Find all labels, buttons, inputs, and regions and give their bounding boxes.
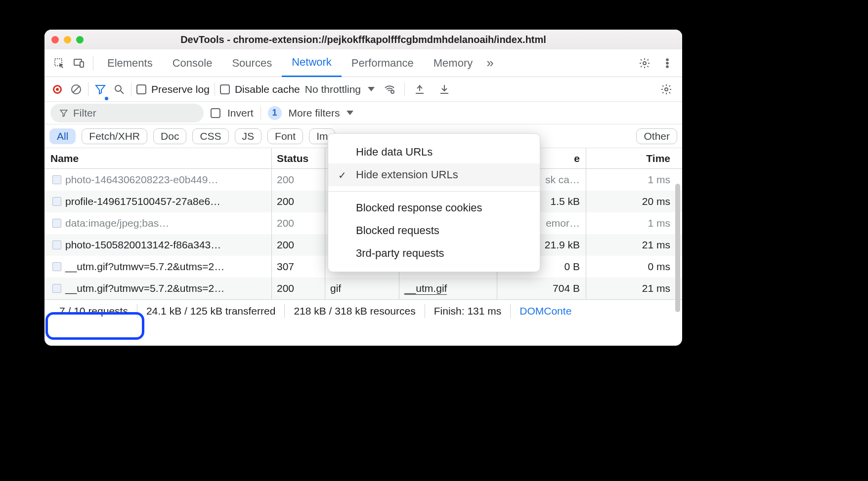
chevron-down-icon	[368, 87, 375, 91]
search-icon[interactable]	[112, 80, 126, 99]
more-menu-icon[interactable]	[657, 53, 677, 73]
dropdown-item[interactable]: Hide data URLs	[328, 141, 540, 163]
svg-point-8	[115, 85, 121, 91]
tab-performance[interactable]: Performance	[342, 49, 424, 77]
devtools-window: DevTools - chrome-extension://pejkokffka…	[44, 30, 682, 346]
chip-other[interactable]: Other	[636, 128, 677, 144]
col-time[interactable]: Time	[586, 148, 682, 168]
scrollbar[interactable]	[675, 184, 680, 312]
invert-label: Invert	[227, 107, 254, 119]
tab-sources[interactable]: Sources	[222, 49, 282, 77]
chip-font[interactable]: Font	[267, 128, 303, 144]
settings-icon[interactable]	[635, 53, 654, 73]
status-requests: 7 / 10 requests	[50, 305, 137, 317]
status-resources: 218 kB / 318 kB resources	[285, 305, 424, 317]
chip-css[interactable]: CSS	[192, 128, 228, 144]
tab-console[interactable]: Console	[163, 49, 222, 77]
device-toolbar-icon[interactable]	[69, 53, 89, 73]
col-name[interactable]: Name	[44, 148, 272, 168]
disable-cache-checkbox[interactable]	[220, 84, 230, 94]
svg-point-6	[666, 66, 668, 68]
favicon-icon	[52, 262, 61, 271]
tab-network[interactable]: Network	[282, 49, 342, 77]
more-filters-button[interactable]: More filters	[289, 107, 354, 119]
main-tabs: Elements Console Sources Network Perform…	[44, 49, 682, 77]
network-conditions-icon[interactable]	[380, 80, 399, 99]
svg-point-10	[665, 88, 668, 91]
status-transferred: 24.1 kB / 125 kB transferred	[137, 305, 284, 317]
favicon-icon	[52, 219, 61, 228]
svg-point-5	[666, 62, 668, 64]
col-status[interactable]: Status	[272, 148, 325, 168]
inspect-element-icon[interactable]	[49, 53, 69, 73]
network-settings-icon[interactable]	[656, 80, 676, 99]
svg-point-3	[643, 62, 646, 65]
dropdown-item[interactable]: ✓Hide extension URLs	[328, 163, 540, 186]
preserve-log-label: Preserve log	[151, 83, 210, 95]
status-finish: Finish: 131 ms	[425, 305, 511, 317]
separator	[93, 56, 93, 71]
favicon-icon	[52, 284, 61, 293]
tabs-overflow[interactable]: »	[482, 49, 497, 77]
close-window-button[interactable]	[51, 36, 59, 43]
status-bar: 7 / 10 requests 24.1 kB / 125 kB transfe…	[44, 299, 682, 322]
filter-bar: Filter Invert 1 More filters	[44, 102, 682, 124]
chip-all[interactable]: All	[49, 128, 76, 144]
throttling-select[interactable]: No throttling	[305, 83, 375, 95]
filter-toggle-icon[interactable]	[93, 80, 107, 99]
status-domcontent: DOMConte	[511, 305, 580, 317]
more-filters-count: 1	[268, 106, 282, 120]
dropdown-item[interactable]: 3rd-party requests	[328, 242, 540, 265]
svg-rect-2	[80, 62, 84, 67]
favicon-icon	[52, 175, 61, 184]
disable-cache-label: Disable cache	[235, 83, 300, 95]
tab-elements[interactable]: Elements	[97, 49, 163, 77]
invert-checkbox[interactable]	[211, 108, 220, 118]
chip-js[interactable]: JS	[235, 128, 262, 144]
svg-point-9	[391, 90, 394, 93]
check-icon: ✓	[338, 169, 347, 181]
network-toolbar: Preserve log Disable cache No throttling	[44, 77, 682, 102]
preserve-log-checkbox[interactable]	[136, 84, 146, 94]
chip-doc[interactable]: Doc	[153, 128, 186, 144]
favicon-icon	[52, 240, 61, 249]
record-button[interactable]	[50, 80, 64, 99]
minimize-window-button[interactable]	[64, 36, 71, 43]
export-har-icon[interactable]	[434, 80, 454, 99]
filter-input[interactable]: Filter	[50, 104, 204, 122]
clear-button[interactable]	[69, 80, 83, 99]
tab-memory[interactable]: Memory	[424, 49, 482, 77]
window-title: DevTools - chrome-extension://pejkokffka…	[44, 34, 682, 45]
svg-point-4	[666, 59, 668, 61]
titlebar: DevTools - chrome-extension://pejkokffka…	[44, 30, 682, 49]
chip-fetch-xhr[interactable]: Fetch/XHR	[82, 128, 147, 144]
window-controls	[51, 36, 84, 43]
dropdown-item[interactable]: Blocked response cookies	[328, 197, 540, 219]
more-filters-dropdown: Hide data URLs✓Hide extension URLsBlocke…	[328, 133, 540, 272]
favicon-icon	[52, 197, 61, 206]
import-har-icon[interactable]	[410, 80, 430, 99]
maximize-window-button[interactable]	[76, 36, 84, 43]
chevron-down-icon	[347, 111, 353, 115]
table-row[interactable]: __utm.gif?utmwv=5.7.2&utms=2…200gif__utm…	[44, 278, 682, 299]
dropdown-item[interactable]: Blocked requests	[328, 219, 540, 242]
